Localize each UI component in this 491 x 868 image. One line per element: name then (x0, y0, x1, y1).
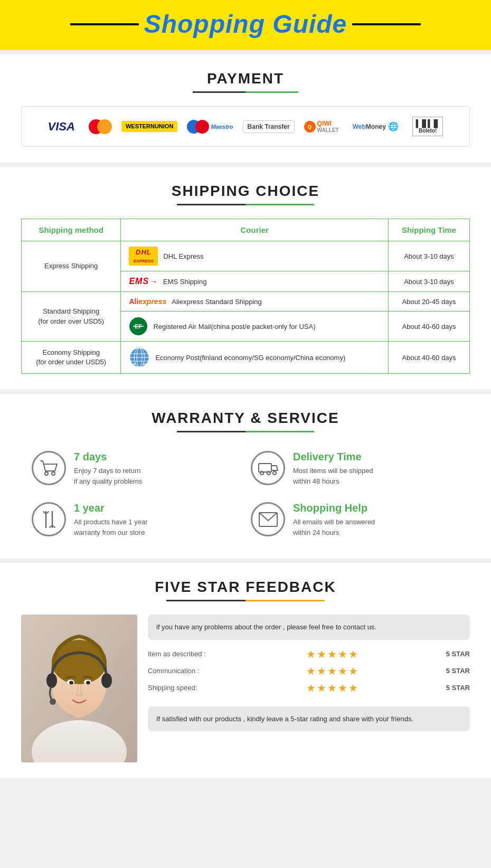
warranty-section: WARRANTY & SERVICE 7 days Enjoy 7 days t… (0, 394, 491, 559)
method-standard: Standard Shipping(for order over USD5) (22, 292, 121, 342)
warranty-item-help: Shopping Help All emails will be answere… (251, 502, 459, 537)
warranty-desc-delivery: Most items will be shippedwithin 48 hour… (293, 466, 373, 486)
qiwi-text: QIWI (317, 120, 339, 127)
un-logo (129, 347, 150, 368)
shipping-table-header-row: Shipping method Courier Shipping Time (22, 219, 470, 241)
payment-title: PAYMENT (21, 70, 470, 87)
feedback-underline (166, 600, 325, 601)
speech-bubble-top: if you have any problems about the order… (148, 615, 470, 640)
feedback-section: FIVE STAR FEEDBACK (0, 563, 491, 778)
courier-economy: Economy Post(finland economy/SG economy/… (121, 342, 389, 374)
method-economy: Economy Shipping(for order under USD5) (22, 342, 121, 374)
shipping-table: Shipping method Courier Shipping Time Ex… (21, 219, 470, 374)
method-express: Express Shipping (22, 241, 121, 292)
webmoney-logo: WebMoney 🌐 (348, 119, 403, 134)
shopping-cart-svg (40, 460, 58, 476)
svg-point-13 (260, 471, 263, 475)
warranty-item-delivery: Delivery Time Most items will be shipped… (251, 451, 459, 486)
time-dhl: About 3-10 days (388, 241, 469, 271)
rating-count-communication: 5 STAR (443, 667, 470, 675)
rating-row-shipping: Shipping speed: ★★★★★ 5 STAR (148, 682, 470, 694)
warranty-heading-days: 7 days (74, 451, 142, 463)
time-aliexpress: About 20-45 days (388, 292, 469, 312)
chinapost-name: Registered Air Mail(china post/e packet-… (153, 323, 315, 331)
bank-transfer-logo: Bank Transfer (243, 120, 295, 133)
mc-circle-orange (97, 119, 112, 134)
warranty-item-days: 7 days Enjoy 7 days to returnif any qual… (32, 451, 240, 486)
rating-stars-described: ★★★★★ (306, 648, 359, 661)
warranty-heading-year: 1 year (74, 502, 147, 514)
feedback-text-content: if you have any problems about the order… (148, 615, 470, 731)
tools-icon (32, 502, 66, 536)
courier-dhl: DHLEXPRESS DHL Express (121, 241, 389, 271)
qiwi-logo: Q QIWI WALLET (300, 118, 343, 135)
warranty-text-help: Shopping Help All emails will be answere… (293, 502, 375, 537)
chinapost-cell: EF Registered Air Mail(china post/e pack… (129, 317, 380, 336)
rating-label-described: Item as described : (148, 650, 222, 658)
svg-point-15 (273, 471, 276, 475)
aliexpress-logo: Aliexpress (129, 297, 166, 306)
rating-stars-communication: ★★★★★ (306, 665, 359, 677)
time-economy: About 40-60 days (388, 342, 469, 374)
feedback-title: FIVE STAR FEEDBACK (21, 579, 470, 596)
feedback-content: if you have any problems about the order… (21, 615, 470, 762)
qiwi-circle: Q (304, 121, 316, 133)
courier-ems: EMS → EMS Shipping (121, 271, 389, 292)
warranty-title: WARRANTY & SERVICE (21, 410, 470, 427)
payment-icons-row: VISA WESTERNUNION Maestro Bank Transfer … (21, 106, 470, 147)
header-banner: Shopping Guide (0, 0, 491, 50)
dhl-name: DHL Express (163, 252, 203, 260)
col-shipping-method: Shipping method (22, 219, 121, 241)
shipping-title: SHIPPING CHOICE (21, 183, 470, 200)
warranty-heading-help: Shopping Help (293, 502, 375, 514)
agent-silhouette (21, 615, 137, 762)
table-row: Economy Shipping(for order under USD5) (22, 342, 470, 374)
warranty-underline (177, 431, 314, 432)
svg-point-33 (101, 673, 112, 688)
warranty-text-year: 1 year All products have 1 yearwarranty … (74, 502, 147, 537)
truck-icon (251, 451, 285, 485)
svg-point-34 (50, 699, 56, 705)
warranty-desc-days: Enjoy 7 days to returnif any quality pro… (74, 466, 142, 486)
economy-cell: Economy Post(finland economy/SG economy/… (129, 347, 380, 368)
ems-cell: EMS → EMS Shipping (129, 277, 380, 286)
ali-cell: Aliexpress Aliexpress Standard Shipping (129, 297, 380, 306)
dhl-logo: DHLEXPRESS (129, 247, 158, 266)
email-svg (259, 512, 278, 527)
header-line-right (352, 23, 421, 25)
warranty-desc-help: All emails will be answeredwithin 24 hou… (293, 517, 375, 537)
svg-point-10 (45, 472, 48, 475)
economy-name: Economy Post(finland economy/SG economy/… (155, 354, 345, 362)
warranty-text-days: 7 days Enjoy 7 days to returnif any qual… (74, 451, 142, 486)
svg-point-14 (267, 471, 270, 475)
shipping-underline (177, 204, 314, 205)
col-courier: Courier (121, 219, 389, 241)
cart-icon (32, 451, 66, 485)
warranty-item-year: 1 year All products have 1 yearwarranty … (32, 502, 240, 537)
maestro-logo: Maestro (183, 118, 237, 136)
header-title: Shopping Guide (144, 10, 347, 39)
svg-point-30 (69, 681, 73, 685)
warranty-desc-year: All products have 1 yearwarranty from ou… (74, 517, 147, 537)
rating-row-communication: Communication : ★★★★★ 5 STAR (148, 665, 470, 677)
rating-row-described: Item as described : ★★★★★ 5 STAR (148, 648, 470, 661)
time-ems: About 3-10 days (388, 271, 469, 292)
svg-rect-12 (259, 464, 271, 472)
courier-chinapost: EF Registered Air Mail(china post/e pack… (121, 312, 389, 342)
qiwi-wallet-text: WALLET (317, 127, 339, 133)
ems-name: EMS Shipping (163, 278, 206, 286)
col-shipping-time: Shipping Time (388, 219, 469, 241)
rating-count-shipping: 5 STAR (443, 684, 470, 692)
rating-label-communication: Communication : (148, 667, 222, 675)
shipping-section: SHIPPING CHOICE Shipping method Courier … (0, 167, 491, 390)
svg-point-11 (52, 472, 55, 475)
table-row: Express Shipping DHLEXPRESS DHL Express … (22, 241, 470, 271)
email-icon (251, 502, 285, 536)
mastercard-logo (84, 117, 116, 136)
header-line-left (70, 23, 139, 25)
maestro-text: Maestro (211, 124, 233, 130)
western-union-logo: WESTERNUNION (121, 121, 177, 132)
agent-photo (21, 615, 137, 762)
tools-svg (41, 511, 58, 529)
courier-aliexpress: Aliexpress Aliexpress Standard Shipping (121, 292, 389, 312)
